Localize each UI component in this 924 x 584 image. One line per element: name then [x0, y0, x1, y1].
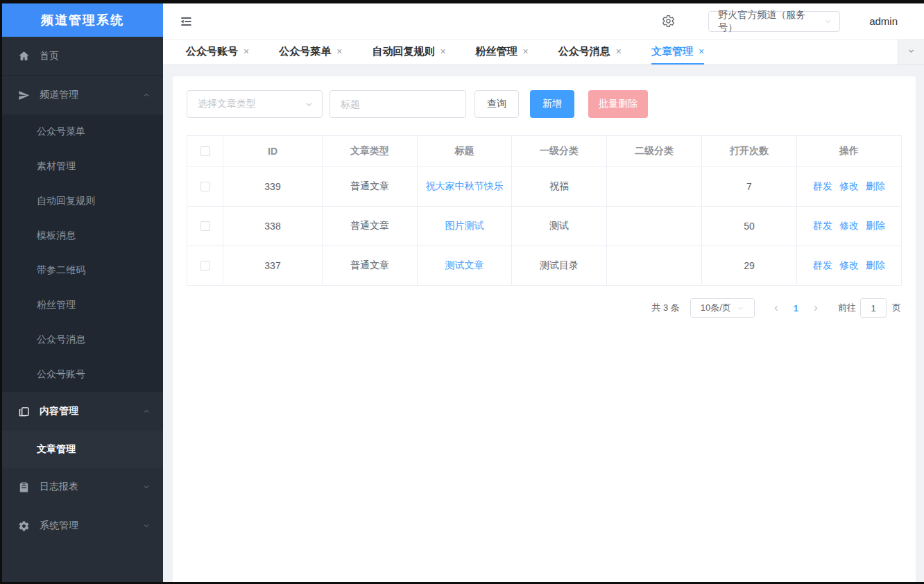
- close-icon[interactable]: ×: [616, 46, 622, 56]
- page-content: 选择文章类型 查询 新增 批量删除: [163, 65, 924, 582]
- row-checkbox[interactable]: [200, 221, 210, 231]
- user-menu[interactable]: admin: [869, 15, 898, 27]
- sidebar-subitem-official-msg[interactable]: 公众号消息: [2, 323, 163, 357]
- row-checkbox[interactable]: [200, 182, 210, 191]
- sidebar-subitem-official-account[interactable]: 公众号账号: [2, 357, 163, 392]
- table-header-row: ID 文章类型 标题 一级分类 二级分类 打开次数 操作: [187, 136, 902, 167]
- cell-category2: [607, 246, 702, 286]
- sidebar-subitem-template-msg[interactable]: 模板消息: [2, 218, 163, 253]
- sidebar-item-label: 日志报表: [40, 481, 78, 493]
- gear-icon: [17, 519, 31, 533]
- close-icon[interactable]: ×: [440, 46, 445, 56]
- article-title-link[interactable]: 图片测试: [445, 220, 484, 231]
- tab-official-msg[interactable]: 公众号消息 ×: [558, 40, 622, 65]
- pagination-total: 共 3 条: [651, 302, 679, 314]
- edit-link[interactable]: 修改: [839, 220, 859, 231]
- row-checkbox[interactable]: [200, 261, 210, 270]
- page-unit-label: 页: [892, 302, 901, 314]
- header-select-all-cell: [187, 136, 223, 167]
- channel-submenu: 公众号菜单 素材管理 自动回复规则 模板消息 带参二维码 粉丝管理 公众号消息 …: [2, 114, 163, 392]
- tab-official-account[interactable]: 公众号账号 ×: [186, 40, 249, 65]
- delete-link[interactable]: 删除: [866, 220, 885, 231]
- cell-id: 339: [223, 167, 323, 207]
- article-title-link[interactable]: 测试文章: [445, 259, 484, 270]
- filter-toolbar: 选择文章类型 查询 新增 批量删除: [187, 90, 902, 118]
- cell-opens: 50: [702, 207, 797, 246]
- cell-type: 普通文章: [323, 167, 418, 207]
- tab-auto-reply[interactable]: 自动回复规则 ×: [372, 40, 445, 65]
- query-button[interactable]: 查询: [474, 90, 519, 118]
- broadcast-link[interactable]: 群发: [813, 259, 832, 270]
- next-page-icon[interactable]: [811, 304, 820, 313]
- broadcast-link[interactable]: 群发: [813, 180, 832, 191]
- sidebar-item-logs[interactable]: 日志报表: [2, 467, 163, 506]
- sub-item-label: 公众号消息: [37, 334, 85, 346]
- clipboard-icon: [17, 480, 31, 494]
- documents-icon: [17, 404, 31, 418]
- delete-link[interactable]: 删除: [866, 180, 885, 191]
- cell-id: 337: [223, 246, 323, 286]
- header-category2: 二级分类: [607, 136, 702, 167]
- sidebar-item-label: 内容管理: [40, 405, 78, 418]
- close-icon[interactable]: ×: [523, 46, 529, 56]
- batch-delete-button[interactable]: 批量删除: [588, 90, 648, 118]
- goto-page-input[interactable]: [860, 298, 887, 318]
- topbar-right-group: 野火官方频道（服务号） admin: [662, 11, 898, 32]
- title-search-input[interactable]: [330, 90, 466, 118]
- header-opens: 打开次数: [702, 136, 797, 167]
- sidebar-subitem-auto-reply[interactable]: 自动回复规则: [2, 184, 163, 218]
- sidebar-subitem-article-mgmt[interactable]: 文章管理: [2, 431, 163, 467]
- page-size-select[interactable]: 10条/页: [690, 298, 755, 318]
- page-number-current[interactable]: 1: [794, 303, 798, 314]
- top-header: 野火官方频道（服务号） admin: [163, 3, 924, 40]
- cell-opens: 29: [702, 246, 797, 286]
- cell-opens: 7: [702, 167, 797, 207]
- header-category1: 一级分类: [512, 136, 607, 167]
- tab-article-mgmt[interactable]: 文章管理 ×: [651, 40, 704, 65]
- edit-link[interactable]: 修改: [839, 259, 859, 270]
- close-icon[interactable]: ×: [699, 46, 704, 56]
- sidebar-collapse-icon[interactable]: [179, 15, 193, 28]
- sub-item-label: 素材管理: [37, 160, 76, 173]
- sidebar-item-channel-mgmt[interactable]: 频道管理: [2, 76, 163, 114]
- add-button[interactable]: 新增: [530, 90, 574, 118]
- tab-label: 文章管理: [651, 45, 693, 58]
- article-title-link[interactable]: 祝大家中秋节快乐: [426, 180, 504, 191]
- main-area: 野火官方频道（服务号） admin 公众号账号 × 公众号菜单 × 自动回复规则…: [163, 3, 924, 582]
- sub-item-label: 自动回复规则: [37, 195, 95, 207]
- edit-link[interactable]: 修改: [839, 180, 859, 191]
- tab-official-menu[interactable]: 公众号菜单 ×: [279, 40, 342, 65]
- sidebar-item-content-mgmt[interactable]: 内容管理: [2, 392, 163, 431]
- chevron-up-icon: [142, 407, 151, 415]
- article-type-select[interactable]: 选择文章类型: [187, 90, 323, 118]
- table-row: 337 普通文章 测试文章 测试目录 29 群发修改删除: [187, 246, 902, 286]
- chevron-down-icon: [824, 17, 832, 26]
- sidebar-item-system-mgmt[interactable]: 系统管理: [2, 506, 163, 545]
- delete-link[interactable]: 删除: [866, 259, 885, 270]
- sidebar-subitem-material-mgmt[interactable]: 素材管理: [2, 149, 163, 184]
- sub-item-label: 带参二维码: [37, 264, 85, 277]
- sidebar-subitem-official-menu[interactable]: 公众号菜单: [2, 114, 163, 149]
- app-logo-title: 频道管理系统: [2, 3, 163, 37]
- close-icon[interactable]: ×: [243, 46, 249, 56]
- tab-bar: 公众号账号 × 公众号菜单 × 自动回复规则 × 粉丝管理 × 公众号消息 × …: [163, 40, 924, 65]
- article-table: ID 文章类型 标题 一级分类 二级分类 打开次数 操作 339: [187, 135, 902, 286]
- tab-label: 公众号账号: [186, 45, 238, 58]
- sidebar-subitem-qrcode[interactable]: 带参二维码: [2, 253, 163, 288]
- cell-category1: 测试: [512, 207, 607, 246]
- select-all-checkbox[interactable]: [200, 146, 210, 156]
- app-window: 频道管理系统 首页 频道管理 公众号菜单 素材管理 自动回复规则 模板消息 带参…: [2, 3, 924, 582]
- sidebar-item-home[interactable]: 首页: [2, 37, 163, 76]
- header-id: ID: [223, 136, 323, 167]
- sidebar-item-label: 频道管理: [40, 89, 78, 101]
- channel-select-dropdown[interactable]: 野火官方频道（服务号）: [708, 11, 840, 32]
- broadcast-link[interactable]: 群发: [813, 220, 832, 231]
- settings-gear-icon[interactable]: [662, 15, 675, 28]
- tab-fans-mgmt[interactable]: 粉丝管理 ×: [476, 40, 529, 65]
- tab-overflow-button[interactable]: [898, 40, 924, 65]
- sub-item-label: 公众号账号: [37, 368, 85, 381]
- sidebar-subitem-fans-mgmt[interactable]: 粉丝管理: [2, 288, 163, 323]
- sidebar-item-label: 系统管理: [40, 519, 78, 532]
- close-icon[interactable]: ×: [336, 46, 342, 56]
- prev-page-icon[interactable]: [772, 304, 781, 313]
